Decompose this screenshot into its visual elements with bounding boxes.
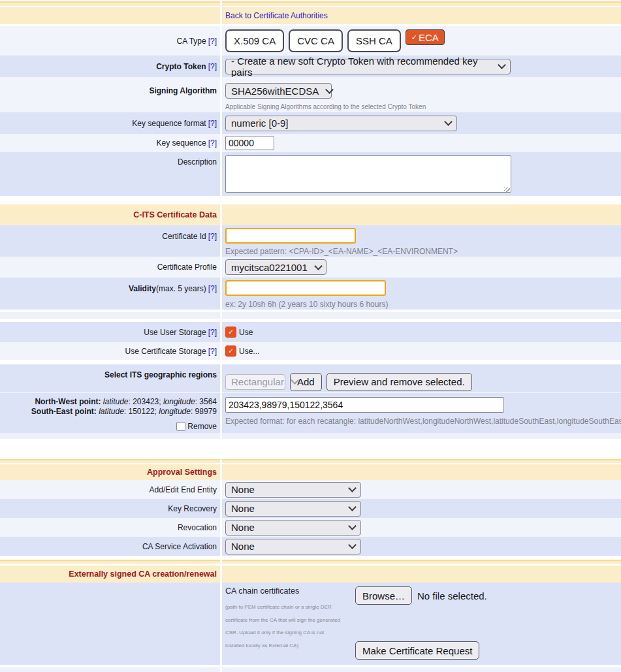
approval-key-recovery-select[interactable]: None — [225, 501, 361, 517]
ca-type-button-group: X.509 CA CVC CA SSH CA ✓ ECA — [225, 29, 445, 52]
chevron-down-icon — [314, 262, 323, 270]
approval-row-revocation: Revocation None — [0, 518, 621, 537]
approval-add-edit-select[interactable]: None — [225, 482, 361, 498]
thin-cream-strip — [0, 560, 621, 564]
external-section-title: Externally signed CA creation/renewal — [69, 569, 217, 579]
certificate-profile-row: Certificate Profile mycitsca0221001 — [0, 257, 621, 278]
ca-type-help-link[interactable]: [?] — [208, 37, 217, 46]
key-sequence-format-label: Key sequence format — [132, 119, 206, 128]
key-sequence-format-help-link[interactable]: [?] — [208, 119, 217, 128]
external-section-header: Externally signed CA creation/renewal — [0, 566, 621, 583]
approval-revocation-label: Revocation — [178, 523, 217, 532]
key-sequence-input[interactable] — [225, 136, 274, 150]
remove-region-checkbox[interactable] — [176, 422, 185, 431]
crypto-token-help-link[interactable]: [?] — [208, 62, 217, 71]
ca-type-row: CA Type [?] X.509 CA CVC CA SSH CA ✓ ECA — [0, 26, 621, 56]
approval-key-recovery-label: Key Recovery — [168, 504, 217, 513]
geo-region-coordinates-input[interactable] — [225, 397, 504, 413]
crypto-token-label: Crypto Token — [156, 62, 206, 71]
approval-row-add-edit-end-entity: Add/Edit End Entity None — [0, 480, 621, 499]
validity-help-link[interactable]: [?] — [208, 284, 217, 293]
approval-ca-service-activation-select[interactable]: None — [225, 539, 361, 554]
top-cream-strip — [0, 1, 621, 6]
use-user-storage-checkbox-label: Use — [239, 328, 253, 337]
cits-section-title: C-ITS Certificate Data — [133, 210, 217, 219]
key-sequence-format-select[interactable]: numeric [0-9] — [225, 116, 457, 131]
signing-algorithm-select[interactable]: SHA256withECDSA — [225, 83, 332, 99]
ca-chain-upload-block: Browse… No file selected. Make Certifica… — [355, 586, 621, 661]
back-to-certificate-authorities-link[interactable]: Back to Certificate Authorities — [225, 11, 328, 20]
certificate-id-hint: Expected pattern: <CPA-ID>_<EA-NAME>_<EA… — [225, 247, 621, 256]
approval-ca-service-activation-label: CA Service Activation — [142, 542, 217, 551]
validity-label-note: (max. 5 years) — [156, 284, 206, 293]
use-user-storage-label: Use User Storage — [144, 328, 206, 337]
certificate-profile-select[interactable]: mycitsca0221001 — [225, 259, 326, 275]
cits-section-header: C-ITS Certificate Data — [0, 204, 621, 225]
ca-type-cvc-button[interactable]: CVC CA — [289, 29, 343, 52]
geo-region-shape-select[interactable]: Rectangular — [225, 374, 285, 390]
use-user-storage-help-link[interactable]: [?] — [208, 328, 217, 337]
chevron-down-icon — [348, 484, 357, 492]
thin-cream-strip — [0, 459, 621, 463]
approval-section-title: Approval Settings — [147, 468, 217, 477]
check-icon: ✓ — [228, 328, 234, 336]
ca-chain-note-line: certificate from the CA that will sign t… — [225, 614, 355, 627]
remove-region-label: Remove — [187, 422, 217, 431]
use-certificate-storage-label: Use Certificate Storage — [125, 347, 206, 356]
certificate-profile-label: Certificate Profile — [157, 263, 217, 272]
bottom-strip — [0, 667, 621, 672]
use-certificate-storage-help-link[interactable]: [?] — [208, 347, 217, 356]
key-sequence-help-link[interactable]: [?] — [208, 138, 217, 148]
ca-type-x509-button[interactable]: X.509 CA — [225, 29, 284, 52]
use-certificate-storage-checkbox[interactable]: ✓ — [225, 345, 236, 357]
geo-region-coordinates-row: North-West point: latitude: 203423; long… — [0, 393, 621, 433]
approval-revocation-select[interactable]: None — [225, 520, 361, 536]
ca-type-label: CA Type — [177, 37, 206, 46]
approval-add-edit-label: Add/Edit End Entity — [150, 485, 217, 494]
validity-row: Validity(max. 5 years) [?] ex: 2y 10sh 6… — [0, 278, 621, 310]
ca-type-eca-button-selected[interactable]: ✓ ECA — [406, 29, 445, 45]
geo-regions-label: Select ITS geographic regions — [104, 370, 217, 379]
back-link-row: Back to Certificate Authorities — [0, 7, 621, 24]
description-textarea[interactable] — [225, 155, 511, 193]
signing-algorithm-hint: Applicable Signing Algorithms according … — [225, 103, 621, 110]
key-sequence-label: Key sequence — [157, 138, 206, 148]
approval-section-header: Approval Settings — [0, 464, 621, 480]
make-certificate-request-button[interactable]: Make Certificate Request — [355, 641, 479, 660]
approval-row-key-recovery: Key Recovery None — [0, 499, 621, 518]
ca-type-ssh-button[interactable]: SSH CA — [347, 29, 401, 52]
ca-chain-certificates-label: CA chain certificates — [225, 586, 355, 596]
validity-input[interactable] — [225, 280, 386, 296]
certificate-id-input[interactable] — [225, 228, 356, 244]
geo-region-preview-remove-button[interactable]: Preview and remove selected. — [326, 373, 472, 391]
certificate-id-label: Certificate Id — [162, 232, 206, 241]
key-sequence-format-row: Key sequence format [?] numeric [0-9] — [0, 112, 621, 134]
spacer — [0, 196, 621, 204]
chevron-down-icon — [348, 541, 357, 549]
crypto-token-select[interactable]: - Create a new soft Crypto Token with re… — [225, 59, 511, 74]
validity-label: Validity — [129, 284, 156, 293]
ca-chain-note-line: installed locally as External CA) — [225, 639, 355, 652]
key-sequence-row: Key sequence [?] — [0, 134, 621, 152]
spacer — [0, 360, 621, 364]
chevron-down-icon — [498, 61, 506, 69]
chevron-down-icon — [348, 522, 357, 530]
use-user-storage-checkbox[interactable]: ✓ — [225, 327, 236, 338]
ca-chain-note-line: CSR. Upload it only if the signing CA is… — [225, 626, 355, 639]
certificate-id-row: Certificate Id [?] Expected pattern: <CP… — [0, 225, 621, 257]
signing-algorithm-label: Signing Algorithm — [149, 86, 217, 95]
check-icon: ✓ — [411, 33, 417, 42]
use-certificate-storage-row: Use Certificate Storage [?] ✓ Use... — [0, 342, 621, 360]
north-west-point-line: North-West point: latitude: 203423; long… — [0, 397, 217, 407]
file-status-text: No file selected. — [417, 590, 487, 601]
south-east-point-line: South-East point: latitude: 150122; long… — [0, 407, 217, 417]
check-icon: ✓ — [228, 347, 234, 355]
geo-regions-row: Select ITS geographic regions Rectangula… — [0, 364, 621, 392]
thin-spacer-row — [0, 433, 621, 439]
chevron-down-icon — [444, 118, 453, 126]
description-label: Description — [178, 157, 217, 167]
external-section-row: CA chain certificates (path to PEM certi… — [0, 583, 621, 665]
approval-row-ca-service-activation: CA Service Activation None — [0, 537, 621, 556]
certificate-id-help-link[interactable]: [?] — [208, 232, 217, 241]
browse-button[interactable]: Browse… — [355, 586, 412, 605]
